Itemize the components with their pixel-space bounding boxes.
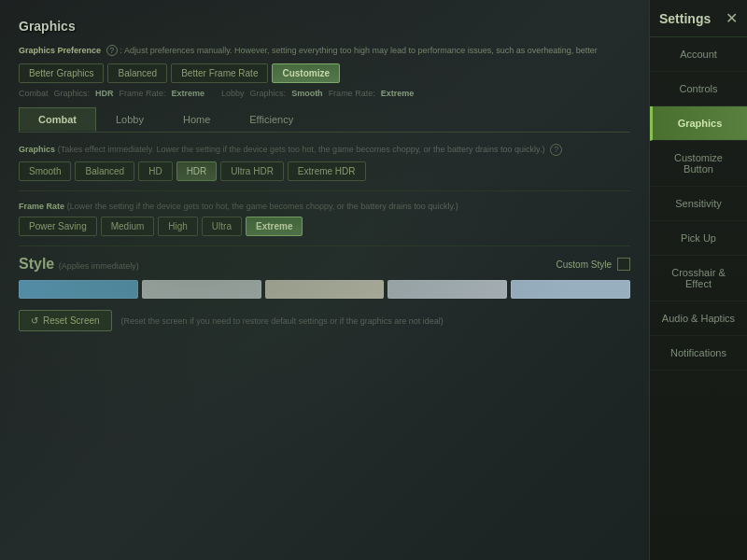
reset-desc: (Reset the screen if you need to restore… bbox=[121, 316, 444, 326]
graphics-label-title: Graphics bbox=[19, 145, 55, 154]
combat-frame-label: Frame Rate: bbox=[120, 89, 166, 98]
combat-graphics-label: Graphics: bbox=[54, 89, 91, 98]
sidebar-item-audio[interactable]: Audio & Haptics bbox=[650, 301, 747, 336]
pref-label: Graphics Preference ? : Adjust preferenc… bbox=[19, 45, 630, 56]
sidebar-header: Settings ✕ bbox=[650, 0, 747, 37]
btn-better-graphics[interactable]: Better Graphics bbox=[19, 63, 104, 83]
sidebar-item-sensitivity[interactable]: Sensitivity bbox=[650, 187, 747, 221]
btn-balanced-pref[interactable]: Balanced bbox=[107, 63, 167, 83]
btn-high[interactable]: High bbox=[158, 217, 198, 236]
sidebar-item-crosshair[interactable]: Crosshair & Effect bbox=[650, 256, 747, 301]
color-swatches bbox=[19, 280, 630, 299]
lobby-label: Lobby bbox=[221, 89, 245, 98]
lobby-frame-value: Extreme bbox=[381, 89, 415, 98]
btn-extreme[interactable]: Extreme bbox=[246, 217, 303, 236]
tab-combat[interactable]: Combat bbox=[19, 107, 96, 132]
lobby-frame-label: Frame Rate: bbox=[329, 89, 375, 98]
sidebar-item-notifications[interactable]: Notifications bbox=[650, 336, 747, 371]
swatch-3[interactable] bbox=[265, 280, 385, 299]
graphics-question-icon: ? bbox=[550, 144, 562, 156]
btn-ultra[interactable]: Ultra bbox=[202, 217, 242, 236]
graphics-options-group: Smooth Balanced HD HDR Ultra HDR Extreme… bbox=[19, 161, 630, 181]
divider-1 bbox=[19, 190, 630, 191]
combat-label: Combat bbox=[19, 89, 49, 98]
info-icon: ? bbox=[106, 45, 118, 56]
graphics-preference-group: Better Graphics Balanced Better Frame Ra… bbox=[19, 63, 630, 83]
tab-home[interactable]: Home bbox=[163, 107, 230, 132]
frame-rate-group: Power Saving Medium High Ultra Extreme bbox=[19, 217, 630, 236]
lobby-graphics-label: Graphics: bbox=[250, 89, 287, 98]
sidebar-item-pick-up[interactable]: Pick Up bbox=[650, 221, 747, 256]
graphics-label-desc: (Takes effect immediately. Lower the set… bbox=[58, 145, 545, 154]
combat-frame-value: Extreme bbox=[172, 89, 205, 98]
swatch-2[interactable] bbox=[142, 280, 261, 299]
style-label: Style (Applies immediately) bbox=[19, 256, 139, 273]
btn-power-saving[interactable]: Power Saving bbox=[19, 217, 97, 236]
custom-style-label: Custom Style bbox=[557, 259, 612, 270]
custom-style-checkbox[interactable] bbox=[617, 258, 630, 271]
reset-label: Reset Screen bbox=[43, 315, 100, 326]
btn-balanced[interactable]: Balanced bbox=[75, 161, 134, 181]
section-title: Graphics bbox=[19, 19, 630, 34]
sidebar-item-controls[interactable]: Controls bbox=[650, 72, 747, 106]
frame-rate-title: Frame Rate bbox=[19, 202, 64, 211]
custom-style-row: Custom Style bbox=[557, 258, 630, 271]
btn-extreme-hdr[interactable]: Extreme HDR bbox=[288, 161, 366, 181]
lobby-graphics-value: Smooth bbox=[291, 89, 323, 98]
btn-better-frame-rate[interactable]: Better Frame Rate bbox=[171, 63, 268, 83]
frame-rate-label: Frame Rate (Lower the setting if the dev… bbox=[19, 201, 630, 211]
pref-title: Graphics Preference bbox=[19, 46, 101, 55]
close-icon[interactable]: ✕ bbox=[726, 9, 738, 27]
btn-hd[interactable]: HD bbox=[138, 161, 172, 181]
tab-lobby[interactable]: Lobby bbox=[96, 107, 163, 132]
frame-rate-desc: (Lower the setting if the device gets to… bbox=[67, 202, 458, 211]
sidebar-item-graphics[interactable]: Graphics bbox=[650, 106, 747, 141]
btn-customize[interactable]: Customize bbox=[272, 63, 340, 83]
swatch-5[interactable] bbox=[511, 280, 630, 299]
divider-2 bbox=[19, 245, 630, 246]
tab-efficiency[interactable]: Efficiency bbox=[230, 107, 313, 132]
btn-medium[interactable]: Medium bbox=[101, 217, 155, 236]
swatch-1[interactable] bbox=[19, 280, 138, 299]
tabs-bar: Combat Lobby Home Efficiency bbox=[19, 107, 630, 133]
btn-ultra-hdr[interactable]: Ultra HDR bbox=[220, 161, 284, 181]
reset-row: ↺ Reset Screen (Reset the screen if you … bbox=[19, 310, 630, 331]
btn-smooth[interactable]: Smooth bbox=[19, 161, 71, 181]
reset-button[interactable]: ↺ Reset Screen bbox=[19, 310, 112, 331]
btn-hdr[interactable]: HDR bbox=[176, 161, 218, 181]
combat-graphics-value: HDR bbox=[95, 89, 114, 98]
combat-info-bar: Combat Graphics: HDR Frame Rate: Extreme… bbox=[19, 89, 630, 98]
sidebar: Settings ✕ Account Controls Graphics Cus… bbox=[649, 0, 747, 560]
sidebar-item-customize-button[interactable]: Customize Button bbox=[650, 141, 747, 187]
style-title: Style bbox=[19, 256, 54, 272]
sidebar-title: Settings bbox=[659, 11, 711, 26]
graphics-setting-label: Graphics (Takes effect immediately. Lowe… bbox=[19, 144, 630, 156]
pref-desc: : Adjust preferences manually. However, … bbox=[120, 46, 598, 55]
reset-icon: ↺ bbox=[31, 315, 38, 326]
sidebar-item-account[interactable]: Account bbox=[650, 37, 747, 72]
main-panel: Graphics Graphics Preference ? : Adjust … bbox=[0, 0, 649, 560]
style-sub-label: (Applies immediately) bbox=[59, 261, 139, 271]
style-section: Style (Applies immediately) Custom Style bbox=[19, 256, 630, 273]
swatch-4[interactable] bbox=[388, 280, 507, 299]
